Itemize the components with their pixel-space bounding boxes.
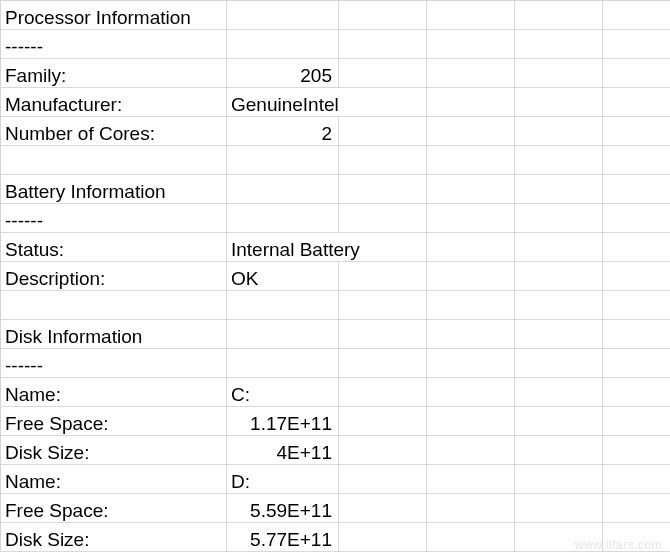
empty-cell[interactable] [603, 175, 671, 204]
empty-cell[interactable] [603, 407, 671, 436]
empty-cell[interactable] [603, 88, 671, 117]
empty-cell[interactable] [427, 494, 515, 523]
empty-cell[interactable] [603, 436, 671, 465]
empty-cell[interactable] [427, 320, 515, 349]
empty-cell[interactable] [603, 233, 671, 262]
empty-cell[interactable] [339, 407, 427, 436]
empty-cell[interactable] [515, 465, 603, 494]
empty-cell[interactable] [515, 349, 603, 378]
empty-cell[interactable] [515, 59, 603, 88]
empty-cell[interactable] [427, 349, 515, 378]
cell-value[interactable]: 4E+11 [227, 436, 339, 465]
empty-cell[interactable] [515, 233, 603, 262]
empty-cell[interactable] [339, 494, 427, 523]
cell-label[interactable]: Free Space: [1, 407, 227, 436]
empty-cell[interactable] [427, 233, 515, 262]
empty-cell[interactable] [515, 436, 603, 465]
empty-cell[interactable] [603, 494, 671, 523]
empty-cell[interactable] [339, 146, 427, 175]
empty-cell[interactable] [427, 59, 515, 88]
empty-cell[interactable] [339, 117, 427, 146]
empty-cell[interactable] [427, 262, 515, 291]
empty-cell[interactable] [603, 523, 671, 552]
cell-label[interactable]: Disk Size: [1, 523, 227, 552]
empty-cell[interactable] [603, 146, 671, 175]
empty-cell[interactable] [339, 349, 427, 378]
empty-cell[interactable] [603, 349, 671, 378]
empty-cell[interactable] [427, 378, 515, 407]
empty-cell[interactable] [339, 175, 427, 204]
empty-cell[interactable] [603, 204, 671, 233]
empty-cell[interactable] [427, 291, 515, 320]
empty-cell[interactable] [603, 59, 671, 88]
cell-label[interactable]: Disk Information [1, 320, 227, 349]
empty-cell[interactable] [427, 523, 515, 552]
cell-value[interactable] [227, 30, 339, 59]
empty-cell[interactable] [427, 88, 515, 117]
cell-label[interactable]: Family: [1, 59, 227, 88]
cell-value[interactable] [227, 291, 339, 320]
empty-cell[interactable] [339, 204, 427, 233]
cell-value[interactable]: OK [227, 262, 339, 291]
empty-cell[interactable] [427, 465, 515, 494]
cell-label[interactable]: Number of Cores: [1, 117, 227, 146]
spreadsheet-grid[interactable]: Processor Information------Family:205Man… [0, 0, 670, 552]
cell-label[interactable] [1, 291, 227, 320]
empty-cell[interactable] [339, 436, 427, 465]
empty-cell[interactable] [339, 378, 427, 407]
empty-cell[interactable] [339, 59, 427, 88]
cell-label[interactable]: Status: [1, 233, 227, 262]
empty-cell[interactable] [603, 117, 671, 146]
cell-label[interactable]: ------ [1, 204, 227, 233]
cell-value[interactable]: GenuineIntel [227, 88, 427, 117]
cell-value[interactable] [227, 320, 339, 349]
cell-label[interactable]: ------ [1, 349, 227, 378]
empty-cell[interactable] [603, 291, 671, 320]
empty-cell[interactable] [339, 262, 427, 291]
empty-cell[interactable] [603, 30, 671, 59]
cell-value[interactable] [227, 175, 339, 204]
empty-cell[interactable] [427, 117, 515, 146]
empty-cell[interactable] [515, 262, 603, 291]
empty-cell[interactable] [515, 117, 603, 146]
cell-value[interactable]: C: [227, 378, 339, 407]
empty-cell[interactable] [515, 30, 603, 59]
cell-value[interactable]: 205 [227, 59, 339, 88]
empty-cell[interactable] [427, 436, 515, 465]
empty-cell[interactable] [603, 262, 671, 291]
empty-cell[interactable] [339, 30, 427, 59]
cell-label[interactable]: Name: [1, 378, 227, 407]
cell-value[interactable]: 2 [227, 117, 339, 146]
cell-label[interactable]: Processor Information [1, 1, 227, 30]
empty-cell[interactable] [603, 378, 671, 407]
cell-value[interactable] [227, 1, 339, 30]
empty-cell[interactable] [603, 320, 671, 349]
empty-cell[interactable] [603, 465, 671, 494]
cell-value[interactable]: 5.59E+11 [227, 494, 339, 523]
cell-label[interactable] [1, 146, 227, 175]
cell-value[interactable] [227, 349, 339, 378]
cell-label[interactable]: ------ [1, 30, 227, 59]
empty-cell[interactable] [515, 523, 603, 552]
cell-label[interactable]: Free Space: [1, 494, 227, 523]
empty-cell[interactable] [515, 320, 603, 349]
empty-cell[interactable] [603, 1, 671, 30]
empty-cell[interactable] [339, 1, 427, 30]
empty-cell[interactable] [515, 407, 603, 436]
cell-value[interactable]: 1.17E+11 [227, 407, 339, 436]
empty-cell[interactable] [427, 30, 515, 59]
empty-cell[interactable] [515, 175, 603, 204]
cell-value[interactable] [227, 146, 339, 175]
cell-label[interactable]: Manufacturer: [1, 88, 227, 117]
empty-cell[interactable] [515, 204, 603, 233]
empty-cell[interactable] [339, 523, 427, 552]
cell-value[interactable]: D: [227, 465, 339, 494]
empty-cell[interactable] [515, 88, 603, 117]
cell-label[interactable]: Name: [1, 465, 227, 494]
empty-cell[interactable] [515, 378, 603, 407]
cell-value[interactable]: 5.77E+11 [227, 523, 339, 552]
cell-label[interactable]: Disk Size: [1, 436, 227, 465]
empty-cell[interactable] [515, 1, 603, 30]
empty-cell[interactable] [339, 320, 427, 349]
empty-cell[interactable] [427, 1, 515, 30]
